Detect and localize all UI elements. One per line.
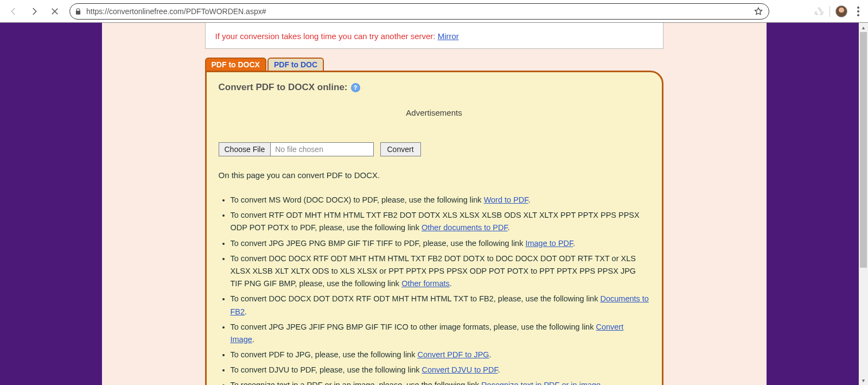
- list-item-suffix: .: [245, 307, 247, 316]
- list-item-text: To recognize text in a PDF or in an imag…: [231, 381, 482, 385]
- drive-icon[interactable]: [813, 6, 824, 17]
- list-item-suffix: .: [528, 195, 531, 204]
- page-canvas: If your conversion takes long time you c…: [102, 23, 767, 385]
- scroll-up-button[interactable]: ▴: [859, 23, 868, 32]
- tab-pdf-to-doc-link[interactable]: PDF to DOC: [274, 60, 317, 69]
- list-item-suffix: .: [489, 350, 492, 359]
- conversion-panel: Convert PDF to DOCX online: ? Advertisem…: [205, 71, 663, 385]
- lock-icon: [74, 8, 82, 15]
- ads-label-top: Advertisements: [219, 108, 650, 117]
- browser-toolbar: https://convertonlinefree.com/PDFToWORDE…: [0, 0, 868, 23]
- toolbar-right: [809, 5, 864, 17]
- mirror-text: If your conversion takes long time you c…: [215, 31, 438, 41]
- scroll-thumb[interactable]: [860, 32, 867, 268]
- links-list: To convert MS Word (DOC DOCX) to PDF, pl…: [219, 194, 650, 385]
- tab-pdf-to-doc[interactable]: PDF to DOC: [267, 58, 324, 71]
- file-input-group[interactable]: Choose File No file chosen: [219, 142, 374, 156]
- vertical-scrollbar[interactable]: ▴ ▾: [859, 23, 868, 385]
- list-item-link[interactable]: Other formats: [401, 279, 450, 288]
- kebab-icon: [857, 10, 859, 12]
- list-item-suffix: .: [508, 223, 510, 232]
- stop-button[interactable]: [46, 2, 64, 21]
- list-item: To convert PDF to JPG, please, use the f…: [231, 349, 650, 361]
- help-icon[interactable]: ?: [351, 83, 360, 92]
- close-icon: [50, 7, 60, 16]
- scroll-down-button[interactable]: ▾: [859, 376, 868, 385]
- notice-box: If your conversion takes long time you c…: [205, 23, 663, 49]
- list-item: To convert DOC DOCX DOT DOTX RTF ODT MHT…: [231, 293, 650, 318]
- browser-menu-button[interactable]: [853, 6, 864, 17]
- list-item-suffix: .: [498, 365, 500, 374]
- list-item-suffix: .: [573, 239, 575, 248]
- avatar[interactable]: [835, 5, 847, 17]
- star-icon[interactable]: [754, 7, 763, 16]
- list-item-text: To convert DOC DOCX DOT DOTX RTF ODT MHT…: [231, 294, 601, 303]
- viewport: If your conversion takes long time you c…: [0, 23, 868, 385]
- list-item-text: To convert JPG JPEG PNG BMP GIF TIF TIFF…: [231, 239, 526, 248]
- separator: [829, 6, 830, 17]
- choose-file-button[interactable]: Choose File: [219, 143, 271, 156]
- list-item-suffix: .: [252, 335, 254, 344]
- address-bar[interactable]: https://convertonlinefree.com/PDFToWORDE…: [69, 3, 769, 20]
- list-item-link[interactable]: Convert PDF to JPG: [417, 350, 489, 359]
- list-item-link[interactable]: Convert DJVU to PDF: [422, 365, 498, 374]
- mirror-notice: If your conversion takes long time you c…: [215, 31, 653, 41]
- list-item-suffix: .: [450, 279, 452, 288]
- mirror-link[interactable]: Mirror: [438, 31, 459, 41]
- list-item: To convert DJVU to PDF, please, use the …: [231, 364, 650, 376]
- list-item-text: To convert MS Word (DOC DOCX) to PDF, pl…: [231, 195, 484, 204]
- list-item: To convert DOC DOCX RTF ODT MHT HTM HTML…: [231, 253, 650, 291]
- arrow-right-icon: [29, 7, 39, 16]
- arrow-left-icon: [9, 7, 18, 16]
- file-chosen-label: No file chosen: [271, 143, 373, 156]
- list-item: To convert JPG JPEG JFIF PNG BMP GIF TIF…: [231, 321, 650, 346]
- list-item-link[interactable]: Recognize text in PDF or in image: [481, 381, 601, 385]
- tab-pdf-to-docx[interactable]: PDF to DOCX: [205, 58, 266, 71]
- tabs: PDF to DOCX PDF to DOC: [205, 58, 767, 71]
- list-item-text: To convert JPG JPEG JFIF PNG BMP GIF TIF…: [231, 323, 596, 331]
- list-item-text: To convert DJVU to PDF, please, use the …: [231, 365, 422, 374]
- upload-row: Choose File No file chosen Convert: [219, 142, 650, 156]
- panel-title: Convert PDF to DOCX online:: [219, 82, 348, 93]
- list-item-link[interactable]: Word to PDF: [484, 195, 528, 204]
- forward-button[interactable]: [25, 2, 43, 21]
- list-item-link[interactable]: Other documents to PDF: [422, 223, 508, 232]
- convert-button[interactable]: Convert: [380, 142, 421, 156]
- panel-title-row: Convert PDF to DOCX online: ?: [219, 82, 650, 93]
- intro-text: On this page you can convert PDF to DOCX…: [219, 171, 650, 180]
- list-item-suffix: .: [601, 381, 603, 385]
- list-item-link[interactable]: Image to PDF: [525, 239, 573, 248]
- list-item: To convert MS Word (DOC DOCX) to PDF, pl…: [231, 194, 650, 206]
- url-text: https://convertonlinefree.com/PDFToWORDE…: [86, 7, 754, 16]
- list-item: To convert JPG JPEG PNG BMP GIF TIF TIFF…: [231, 237, 650, 250]
- list-item-text: To convert PDF to JPG, please, use the f…: [231, 350, 418, 359]
- back-button[interactable]: [4, 2, 23, 21]
- list-item: To convert RTF ODT MHT HTM HTML TXT FB2 …: [231, 209, 650, 234]
- list-item: To recognize text in a PDF or in an imag…: [231, 379, 650, 385]
